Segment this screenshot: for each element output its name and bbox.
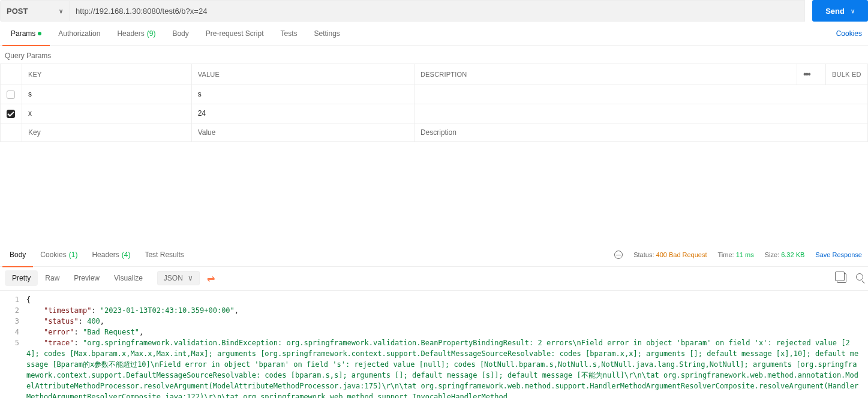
param-description-input[interactable]	[414, 85, 867, 104]
tab-headers[interactable]: Headers (9)	[109, 22, 164, 46]
resp-tab-headers[interactable]: Headers (4)	[85, 243, 137, 267]
resp-tab-cookies[interactable]: Cookies (1)	[33, 243, 85, 267]
chevron-down-icon: ∨	[851, 8, 855, 14]
request-tabs: Params Authorization Headers (9) Body Pr…	[0, 22, 868, 46]
col-checkbox	[1, 64, 22, 85]
time-text: Time: 11 ms	[718, 251, 754, 258]
copy-icon[interactable]	[837, 273, 846, 283]
response-meta: Status: 400 Bad Request Time: 11 ms Size…	[614, 251, 866, 259]
table-row: s s	[1, 85, 868, 104]
status-text: Status: 400 Bad Request	[633, 251, 707, 258]
param-key-input[interactable]: Key	[22, 123, 192, 141]
chevron-down-icon: ∨	[188, 274, 193, 282]
row-checkbox[interactable]	[7, 91, 15, 99]
response-tabs: Body Cookies (1) Headers (4) Test Result…	[0, 244, 868, 267]
col-description: DESCRIPTION	[414, 64, 797, 85]
resp-tab-test-results[interactable]: Test Results	[137, 243, 191, 267]
col-key: KEY	[22, 64, 192, 85]
wrap-lines-icon[interactable]: ⇌	[207, 273, 215, 284]
network-icon[interactable]	[614, 251, 623, 259]
param-description-input[interactable]	[414, 104, 867, 123]
search-icon[interactable]	[856, 273, 863, 281]
tab-prerequest[interactable]: Pre-request Script	[197, 22, 272, 46]
cookies-link[interactable]: Cookies	[836, 29, 866, 38]
col-value: VALUE	[191, 64, 414, 85]
query-params-table: KEY VALUE DESCRIPTION ••• Bulk Ed s s x …	[0, 64, 868, 142]
view-visualize[interactable]: Visualize	[107, 270, 150, 286]
chevron-down-icon: ∨	[59, 8, 63, 14]
more-icon: •••	[803, 69, 810, 79]
param-description-input[interactable]: Description	[414, 123, 867, 141]
param-key-input[interactable]: x	[22, 104, 192, 123]
tab-authorization[interactable]: Authorization	[50, 22, 109, 46]
tab-body[interactable]: Body	[164, 22, 197, 46]
size-text: Size: 6.32 KB	[765, 251, 805, 258]
json-brace: {	[26, 296, 31, 304]
table-row-new: Key Value Description	[1, 123, 868, 141]
bulk-edit-button[interactable]: Bulk Ed	[826, 64, 868, 85]
table-row: x 24	[1, 104, 868, 123]
http-method-select[interactable]: POST ∨	[0, 0, 70, 22]
save-response-button[interactable]: Save Response	[815, 251, 862, 258]
http-method-value: POST	[7, 7, 28, 16]
request-bar: POST ∨ http://192.168.1.30:8080/test6/b?…	[0, 0, 868, 22]
param-value-input[interactable]: s	[191, 85, 414, 104]
tab-tests[interactable]: Tests	[272, 22, 305, 46]
request-url-value: http://192.168.1.30:8080/test6/b?x=24	[76, 7, 207, 16]
row-checkbox[interactable]	[7, 110, 15, 118]
send-label: Send	[825, 7, 845, 16]
col-tools[interactable]: •••	[797, 64, 826, 85]
param-value-input[interactable]: Value	[191, 123, 414, 141]
send-button[interactable]: Send ∨	[812, 0, 868, 22]
view-raw[interactable]: Raw	[38, 270, 67, 286]
dot-indicator-icon	[38, 32, 41, 35]
response-view-bar: Pretty Raw Preview Visualize JSON ∨ ⇌	[0, 267, 868, 291]
tab-params[interactable]: Params	[2, 22, 50, 46]
resp-tab-body[interactable]: Body	[2, 243, 33, 267]
response-code[interactable]: 1{ 2 "timestamp": "2023-01-13T02:43:10.3…	[0, 291, 868, 398]
tab-settings[interactable]: Settings	[306, 22, 349, 46]
param-key-input[interactable]: s	[22, 85, 192, 104]
view-pretty[interactable]: Pretty	[5, 270, 38, 286]
query-params-label: Query Params	[0, 46, 868, 64]
response-lang-select[interactable]: JSON ∨	[157, 271, 200, 285]
table-header-row: KEY VALUE DESCRIPTION ••• Bulk Ed	[1, 64, 868, 85]
param-value-input[interactable]: 24	[191, 104, 414, 123]
view-preview[interactable]: Preview	[67, 270, 107, 286]
request-url-input[interactable]: http://192.168.1.30:8080/test6/b?x=24	[70, 0, 805, 22]
